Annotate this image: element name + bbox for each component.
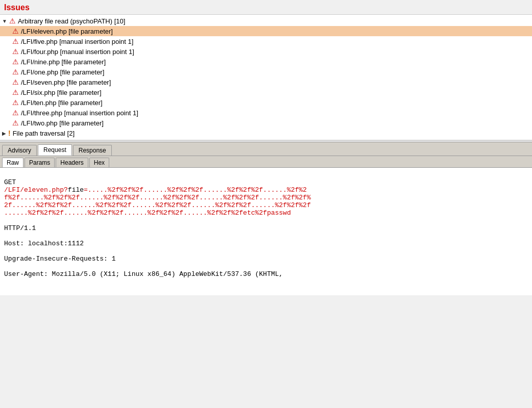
issues-list: ▼ ⚠︎ Arbitrary file read (psychoPATH) [1… xyxy=(0,15,532,139)
error-icon: ⚠︎ xyxy=(12,58,19,66)
error-icon: ⚠︎ xyxy=(12,47,19,56)
error-icon: ⚠︎ xyxy=(12,98,19,107)
issue-item-three[interactable]: ⚠︎ /LFI/three.php [manual insertion poin… xyxy=(0,108,532,118)
issue-item-label: /LFI/four.php [manual insertion point 1] xyxy=(21,48,134,56)
error-icon: ⚠︎ xyxy=(12,68,19,76)
warning-icon: ! xyxy=(8,129,11,137)
expand-triangle-icon: ▶ xyxy=(2,131,6,136)
error-icon: ⚠︎ xyxy=(12,109,19,117)
issue-item-two[interactable]: ⚠︎ /LFI/two.php [file parameter] xyxy=(0,118,532,128)
issue-item-label: /LFI/seven.php [file parameter] xyxy=(21,79,111,86)
error-icon: ⚠︎ xyxy=(12,88,19,96)
request-url: /LFI/eleven.php?file=.....%2f%2f%2f.....… xyxy=(4,186,528,217)
subtab-raw[interactable]: Raw xyxy=(2,158,23,167)
subtab-headers[interactable]: Headers xyxy=(56,158,88,167)
request-host: Host: localhost:1112 xyxy=(4,240,528,247)
issue-item-label: /LFI/nine.php [file parameter] xyxy=(21,58,106,66)
issues-title: Issues xyxy=(0,0,532,15)
tab-response[interactable]: Response xyxy=(73,145,112,156)
collapse-triangle-icon: ▼ xyxy=(2,18,7,24)
issue-group-label: Arbitrary file read (psychoPATH) [10] xyxy=(18,17,125,25)
issue-item-eleven[interactable]: ⚠︎ /LFI/eleven.php [file parameter] xyxy=(0,26,532,36)
issue-item-label: /LFI/two.php [file parameter] xyxy=(21,119,104,127)
issue-group-file-path-traversal[interactable]: ▶ ! File path traversal [2] xyxy=(0,128,532,138)
tab-advisory[interactable]: Advisory xyxy=(2,145,37,156)
request-http-version: HTTP/1.1 xyxy=(4,224,528,232)
request-user-agent: User-Agent: Mozilla/5.0 (X11; Linux x86_… xyxy=(4,270,528,278)
sub-tabs-row: Raw Params Headers Hex xyxy=(0,156,532,168)
subtab-params[interactable]: Params xyxy=(25,158,55,167)
issue-item-five[interactable]: ⚠︎ /LFI/five.php [manual insertion point… xyxy=(0,36,532,46)
issue-item-label: /LFI/one.php [file parameter] xyxy=(21,68,104,76)
issue-group-arbitrary-file-read[interactable]: ▼ ⚠︎ Arbitrary file read (psychoPATH) [1… xyxy=(0,16,532,26)
issue-item-nine[interactable]: ⚠︎ /LFI/nine.php [file parameter] xyxy=(0,57,532,67)
request-content: GET/LFI/eleven.php?file=.....%2f%2f%2f..… xyxy=(0,168,532,295)
error-icon: ⚠︎ xyxy=(12,37,19,45)
issue-item-label: /LFI/ten.php [file parameter] xyxy=(21,99,103,107)
issue-item-label: /LFI/eleven.php [file parameter] xyxy=(21,28,113,35)
error-icon: ⚠︎ xyxy=(12,78,19,86)
issue-item-one[interactable]: ⚠︎ /LFI/one.php [file parameter] xyxy=(0,67,532,77)
subtab-hex[interactable]: Hex xyxy=(89,158,109,167)
tab-request[interactable]: Request xyxy=(38,144,72,156)
issue-item-ten[interactable]: ⚠︎ /LFI/ten.php [file parameter] xyxy=(0,97,532,108)
error-icon: ⚠︎ xyxy=(12,119,19,127)
issue-item-label: /LFI/five.php [manual insertion point 1] xyxy=(21,38,133,45)
issue-item-label: /LFI/three.php [manual insertion point 1… xyxy=(21,109,138,117)
request-upgrade: Upgrade-Insecure-Requests: 1 xyxy=(4,255,528,263)
issue-item-label: /LFI/six.php [file parameter] xyxy=(21,89,102,96)
issue-item-six[interactable]: ⚠︎ /LFI/six.php [file parameter] xyxy=(0,87,532,97)
issue-item-seven[interactable]: ⚠︎ /LFI/seven.php [file parameter] xyxy=(0,77,532,87)
error-icon: ⚠︎ xyxy=(9,17,16,25)
issue-group-label: File path traversal [2] xyxy=(13,130,75,137)
main-tabs-row: Advisory Request Response xyxy=(0,142,532,156)
divider xyxy=(0,140,532,141)
issues-panel: Issues ▼ ⚠︎ Arbitrary file read (psychoP… xyxy=(0,0,532,139)
request-method: GET xyxy=(4,178,528,186)
error-icon: ⚠︎ xyxy=(12,27,19,35)
issue-item-four[interactable]: ⚠︎ /LFI/four.php [manual insertion point… xyxy=(0,46,532,57)
